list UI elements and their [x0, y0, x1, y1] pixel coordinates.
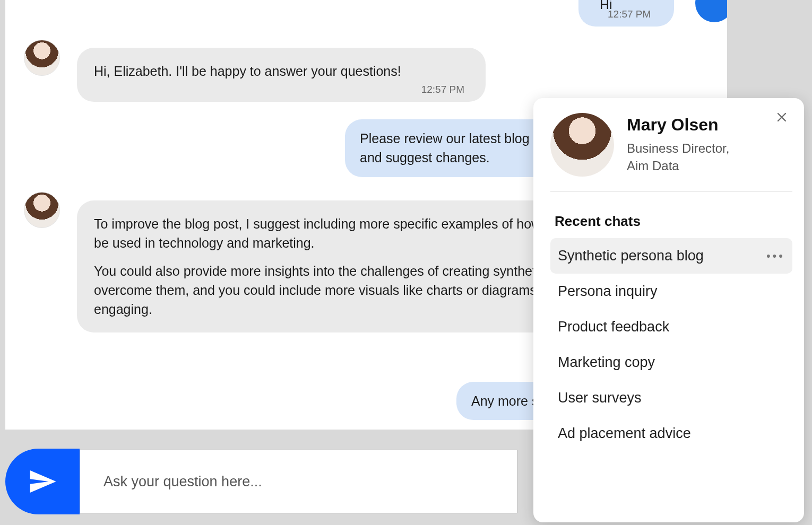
send-button[interactable] [5, 449, 80, 514]
recent-chat-item[interactable]: Ad placement advice [550, 416, 792, 451]
recent-chat-label: User surveys [558, 390, 642, 406]
recent-chat-label: Marketing copy [558, 354, 655, 371]
recent-chat-item[interactable]: Product feedback [550, 309, 792, 345]
message-text: Hi, Elizabeth. I'll be happy to answer y… [94, 64, 401, 78]
message-composer [5, 450, 517, 513]
contact-panel: Mary Olsen Business Director, Aim Data R… [533, 98, 804, 522]
composer-input-container [80, 450, 517, 513]
close-button[interactable] [774, 110, 790, 126]
recent-chat-label: Ad placement advice [558, 425, 691, 442]
recent-chat-item[interactable]: Synthetic persona blog ••• [550, 238, 792, 274]
agent-avatar [24, 192, 60, 228]
message-input[interactable] [103, 474, 494, 490]
more-icon[interactable]: ••• [766, 249, 785, 263]
message-timestamp: 12:57 PM [421, 82, 464, 97]
contact-name: Mary Olsen [627, 115, 729, 135]
send-icon [28, 467, 57, 496]
recent-chat-label: Persona inquiry [558, 283, 658, 300]
agent-avatar [24, 40, 60, 76]
incoming-message-bubble: Hi, Elizabeth. I'll be happy to answer y… [77, 48, 486, 102]
recent-chat-label: Product feedback [558, 319, 669, 335]
contact-avatar [550, 113, 614, 177]
recent-chat-label: Synthetic persona blog [558, 248, 704, 264]
contact-role: Business Director, Aim Data [627, 140, 729, 174]
recent-chat-item[interactable]: Marketing copy [550, 345, 792, 380]
contact-header: Mary Olsen Business Director, Aim Data [550, 113, 792, 192]
message-timestamp: 12:57 PM [608, 8, 651, 20]
contact-info: Mary Olsen Business Director, Aim Data [627, 115, 729, 174]
user-avatar [695, 0, 727, 22]
recent-chat-item[interactable]: User surveys [550, 380, 792, 416]
outgoing-message-bubble: Hi 12:57 PM [578, 0, 674, 27]
recent-chat-item[interactable]: Persona inquiry [550, 274, 792, 309]
close-icon [774, 110, 789, 125]
recent-chats-heading: Recent chats [550, 213, 792, 230]
